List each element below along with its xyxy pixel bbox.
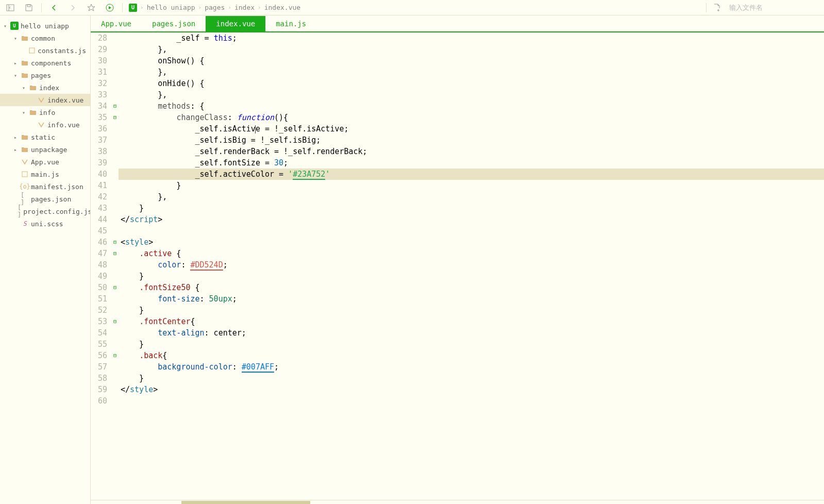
collapse-panel-icon[interactable] [4,2,16,14]
tree-item-index-vue[interactable]: index.vue [0,94,90,106]
tree-label: info.vue [47,121,80,129]
code-line[interactable]: } [119,339,824,350]
chevron-right-icon[interactable]: ▸ [12,147,19,153]
code-line[interactable]: } [119,180,824,191]
chevron-down-icon[interactable]: ▾ [21,85,27,91]
spacer[interactable] [21,48,26,54]
tree-item-constants-js[interactable]: constants.js [0,44,90,57]
spacer[interactable] [12,172,19,177]
code-line[interactable]: }, [119,191,824,203]
code-line[interactable]: }, [119,89,824,100]
code-line[interactable]: changeClass: function(){ [119,112,824,123]
breadcrumb-item[interactable]: pages [205,4,225,11]
code-line[interactable]: color: #DD524D; [119,259,824,271]
horizontal-scrollbar[interactable] [91,500,824,504]
spacer[interactable] [29,122,35,128]
tree-item-info[interactable]: ▾info [0,106,90,119]
file-explorer-sidebar[interactable]: ▾ U hello uniapp ▾common constants.js▸co… [0,15,91,504]
code-line[interactable]: } [119,373,824,384]
chevron-down-icon[interactable]: ▾ [2,23,8,29]
fold-toggle-icon[interactable]: ⊟ [111,112,119,123]
code-line[interactable]: _self.renderBack = !_self.renderBack; [119,146,824,157]
tree-item-manifest-json[interactable]: {o}manifest.json [0,180,90,193]
tree-item-components[interactable]: ▸components [0,57,90,69]
tree-item-pages-json[interactable]: [ ]pages.json [0,193,90,205]
new-file-icon[interactable] [711,2,723,14]
code-line[interactable]: text-align: center; [119,327,824,339]
code-line[interactable]: background-color: #007AFF; [119,361,824,373]
save-icon[interactable] [23,2,35,14]
tree-item-common[interactable]: ▾common [0,32,90,44]
code-line[interactable]: } [119,305,824,316]
line-number: 60 [91,395,107,407]
spacer[interactable] [12,221,19,227]
code-line[interactable]: _self.isBig = !_self.isBig; [119,135,824,146]
code-line[interactable]: _self.activeColor = '#23A752' [119,169,824,180]
tree-item-info-vue[interactable]: info.vue [0,119,90,131]
tree-item-unpackage[interactable]: ▸unpackage [0,143,90,156]
code-line[interactable] [119,395,824,407]
spacer[interactable] [12,184,19,190]
code-line[interactable]: methods: { [119,100,824,112]
tab-main-js[interactable]: main.js [265,16,316,31]
code-line[interactable]: </script> [119,214,824,225]
code-content[interactable]: _self = this; }, onShow() { }, onHide() … [119,32,824,500]
code-line[interactable]: <style> [119,237,824,248]
spacer[interactable] [29,97,35,103]
chevron-down-icon[interactable]: ▾ [12,36,19,41]
code-line[interactable]: font-size: 50upx; [119,293,824,305]
chevron-right-icon[interactable]: ▸ [12,135,19,140]
fold-toggle-icon[interactable]: ⊟ [111,100,119,112]
fold-toggle-icon[interactable]: ⊟ [111,282,119,293]
breadcrumb-item[interactable]: index [234,4,255,11]
spacer[interactable] [12,159,19,165]
breadcrumb-item[interactable]: index.vue [264,4,300,11]
code-line[interactable]: .fontCenter{ [119,316,824,327]
tab-pages-json[interactable]: pages.json [142,16,206,31]
code-line[interactable]: } [119,203,824,214]
forward-icon[interactable] [66,2,79,14]
code-line[interactable]: .fontSize50 { [119,282,824,293]
code-line[interactable]: _self = this; [119,32,824,44]
code-line[interactable]: </style> [119,384,824,395]
code-line[interactable]: } [119,271,824,282]
code-line[interactable]: .back{ [119,350,824,361]
code-line[interactable]: _self.fontSize = 30; [119,157,824,169]
spacer[interactable] [12,209,15,214]
back-icon[interactable] [48,2,60,14]
code-line[interactable] [119,225,824,237]
tree-item-App-vue[interactable]: App.vue [0,156,90,168]
run-icon[interactable] [104,2,116,14]
chevron-right-icon[interactable]: ▸ [12,60,19,66]
code-line[interactable]: onShow() { [119,55,824,66]
code-line[interactable]: }, [119,44,824,55]
file-search-input[interactable] [727,3,820,12]
star-icon[interactable] [85,2,97,14]
fold-toggle-icon[interactable]: ⊟ [111,237,119,248]
chevron-down-icon[interactable]: ▾ [21,110,27,115]
scrollbar-thumb[interactable] [181,501,310,504]
code-line[interactable]: .active { [119,248,824,259]
tab-index-vue[interactable]: index.vue [206,16,265,31]
chevron-down-icon[interactable]: ▾ [12,73,19,78]
tree-item-static[interactable]: ▸static [0,131,90,143]
breadcrumb-item[interactable]: hello uniapp [147,4,195,11]
code-line[interactable]: }, [119,66,824,78]
code-editor[interactable]: 2829303132333435363738394041424344454647… [91,32,824,500]
line-number: 54 [91,327,107,339]
tab-App-vue[interactable]: App.vue [91,16,142,31]
tree-item-pages[interactable]: ▾pages [0,69,90,81]
tree-item-main-js[interactable]: main.js [0,168,90,180]
fold-gutter[interactable]: ⊟⊟⊟⊟⊟⊟⊟ [111,32,119,500]
fold-toggle-icon[interactable]: ⊟ [111,350,119,361]
code-line[interactable]: onHide() { [119,78,824,89]
fold-toggle-icon[interactable]: ⊟ [111,248,119,259]
fold-toggle-icon[interactable]: ⊟ [111,316,119,327]
spacer[interactable] [12,196,19,202]
top-toolbar: U › hello uniapp › pages › index › index… [0,0,824,15]
code-line[interactable]: _self.isActive = !_self.isActive; [119,123,824,135]
tree-item-uni-scss[interactable]: Suni.scss [0,217,90,230]
tree-item-index[interactable]: ▾index [0,81,90,94]
tree-project-root[interactable]: ▾ U hello uniapp [0,20,90,32]
tree-item-project-config-json[interactable]: [ ]project.config.json [0,205,90,217]
